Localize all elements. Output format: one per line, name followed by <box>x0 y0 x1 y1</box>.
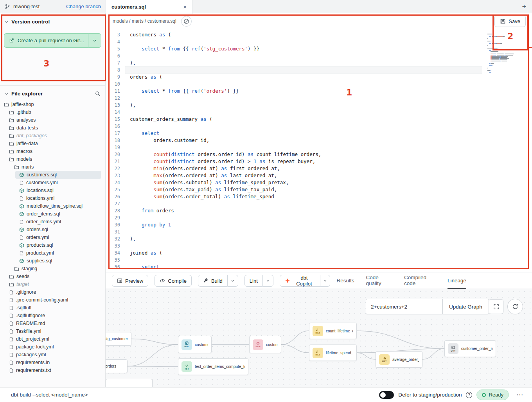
change-branch-link[interactable]: Change branch <box>66 4 101 9</box>
tree-folder-models[interactable]: models <box>5 155 101 163</box>
code-line[interactable]: 10 <box>106 81 532 88</box>
tree-file-README.md[interactable]: README.md <box>5 319 101 327</box>
line-number[interactable]: 7 <box>106 59 125 66</box>
defer-toggle[interactable] <box>379 391 394 399</box>
tree-folder-jaffle-data[interactable]: jaffle-data <box>5 140 101 147</box>
tree-file-Taskfile.yml[interactable]: Taskfile.yml <box>5 327 101 335</box>
tree-folder-dbt_packages[interactable]: dbt_packages <box>5 132 101 140</box>
line-number[interactable]: 9 <box>106 74 125 81</box>
file-explorer-header[interactable]: File explorer <box>0 91 105 97</box>
lint-button[interactable]: Lint <box>244 275 263 287</box>
code-line[interactable]: 19 <box>106 144 532 151</box>
tab-results[interactable]: Results <box>336 273 354 289</box>
code-line[interactable]: 4 <box>106 38 532 45</box>
line-number[interactable]: 18 <box>106 137 125 144</box>
line-number[interactable]: 33 <box>106 242 125 249</box>
code-line[interactable]: 27 <box>106 200 532 207</box>
code-line[interactable]: 13), <box>106 102 532 109</box>
line-number[interactable]: 31 <box>106 228 125 235</box>
line-number[interactable]: 14 <box>106 109 125 116</box>
line-number[interactable]: 28 <box>106 207 125 214</box>
update-graph-button[interactable]: Update Graph <box>442 299 489 314</box>
tree-file-requirements.in[interactable]: requirements.in <box>5 359 101 366</box>
line-number[interactable]: 35 <box>106 257 125 264</box>
tree-folder-marts[interactable]: marts <box>10 163 101 171</box>
code-line[interactable]: 3customers as ( <box>106 31 532 38</box>
tree-file-products.sql[interactable]: products.sql <box>15 241 101 249</box>
new-tab-button[interactable]: + <box>516 0 532 13</box>
code-line[interactable]: 30 group by 1 <box>106 221 532 228</box>
dbt-copilot-button[interactable]: dbt Copilot <box>280 275 320 287</box>
code-line[interactable]: 26 sum(orders.order_total) as lifetime_s… <box>106 193 532 200</box>
version-control-header[interactable]: Version control <box>0 19 105 25</box>
lint-dropdown[interactable] <box>263 275 273 287</box>
tab-code-quality[interactable]: Code quality <box>366 273 392 289</box>
line-number[interactable]: 5 <box>106 45 125 52</box>
code-line[interactable]: 11 select * from {{ ref('orders') }} <box>106 88 532 95</box>
code-line[interactable]: 20 count(distinct orders.order_id) as co… <box>106 151 532 158</box>
code-line[interactable]: 17 select <box>106 130 532 137</box>
jinja-toggle-button[interactable] <box>181 16 192 27</box>
copilot-dropdown[interactable] <box>320 275 330 287</box>
lineage-node-customers_model[interactable]: MDLcustomers <box>178 336 212 353</box>
code-line[interactable]: 18 orders.customer_id, <box>106 137 532 144</box>
tree-file-orders.sql[interactable]: orders.sql <box>15 226 101 233</box>
tree-folder-macros[interactable]: macros <box>5 147 101 155</box>
code-line[interactable]: 12 <box>106 95 532 102</box>
close-icon[interactable]: × <box>183 4 187 10</box>
code-line[interactable]: 35 <box>106 257 532 264</box>
line-number[interactable]: 22 <box>106 165 125 172</box>
line-number[interactable]: 16 <box>106 123 125 130</box>
tree-folder-.github[interactable]: .github <box>5 108 101 116</box>
fullscreen-button[interactable] <box>489 299 503 314</box>
code-line[interactable]: 32), <box>106 235 532 242</box>
line-number[interactable]: 30 <box>106 221 125 228</box>
tree-file-.sqlfluffignore[interactable]: .sqlfluffignore <box>5 312 101 319</box>
lineage-node-count_lifetime_orders[interactable]: METcount_lifetime_orders <box>309 323 357 339</box>
tree-folder-analyses[interactable]: analyses <box>5 116 101 124</box>
lineage-node-customers_semantic[interactable]: SEMcustomers <box>249 336 281 353</box>
code-line[interactable]: 34joined as ( <box>106 249 532 257</box>
tree-file-order_items.yml[interactable]: order_items.yml <box>15 218 101 226</box>
code-line[interactable]: 29 <box>106 214 532 221</box>
code-line[interactable]: 33 <box>106 242 532 249</box>
lineage-search-input[interactable] <box>366 299 442 314</box>
tree-folder-data-tests[interactable]: data-tests <box>5 124 101 132</box>
line-number[interactable]: 34 <box>106 249 125 257</box>
tree-file-.pre-commit-config.yaml[interactable]: .pre-commit-config.yaml <box>5 296 101 304</box>
create-pr-button[interactable]: Create a pull request on Git... <box>4 33 88 48</box>
tree-file-.sqlfluff[interactable]: .sqlfluff <box>5 304 101 312</box>
preview-button[interactable]: Preview <box>112 275 148 287</box>
tree-file-products.yml[interactable]: products.yml <box>15 249 101 257</box>
minimap[interactable] <box>482 29 532 273</box>
code-line[interactable]: 25 sum(orders.tax_paid) as lifetime_tax_… <box>106 186 532 193</box>
line-number[interactable]: 6 <box>106 52 125 59</box>
line-number[interactable]: 20 <box>106 151 125 158</box>
line-number[interactable]: 15 <box>106 116 125 123</box>
tab-compiled-code[interactable]: Compiled code <box>404 273 436 289</box>
compile-button[interactable]: Compile <box>155 275 192 287</box>
save-button[interactable]: Save <box>494 15 526 27</box>
code-line[interactable]: 24 sum(orders.subtotal) as lifetime_spen… <box>106 179 532 186</box>
tab-customers-sql[interactable]: customers.sql × <box>106 0 192 14</box>
tree-file-order_items.sql[interactable]: order_items.sql <box>15 210 101 218</box>
code-line[interactable]: 16 <box>106 123 532 130</box>
code-editor[interactable]: 3customers as (45 select * from {{ ref('… <box>106 29 532 273</box>
line-number[interactable]: 27 <box>106 200 125 207</box>
line-number[interactable]: 10 <box>106 81 125 88</box>
line-number[interactable]: 3 <box>106 31 125 38</box>
tree-folder-seeds[interactable]: seeds <box>5 273 101 280</box>
tree-file-locations.yml[interactable]: locations.yml <box>15 194 101 202</box>
search-icon[interactable] <box>95 91 101 97</box>
line-number[interactable]: 13 <box>106 102 125 109</box>
lineage-node-stg_customers[interactable]: MDLstg_customers <box>106 332 131 346</box>
line-number[interactable]: 36 <box>106 264 125 271</box>
tree-folder-jaffle-shop[interactable]: jaffle-shop <box>0 100 101 108</box>
code-line[interactable]: 28 from orders <box>106 207 532 214</box>
lineage-node-lifetime_spend_pretax[interactable]: METlifetime_spend_pretax <box>309 345 357 361</box>
code-line[interactable]: 23 max(orders.ordered_at) as last_ordere… <box>106 172 532 179</box>
code-line[interactable]: 22 min(orders.ordered_at) as first_order… <box>106 165 532 172</box>
code-line[interactable]: 36 select <box>106 264 532 271</box>
tree-file-.gitignore[interactable]: .gitignore <box>5 288 101 296</box>
tree-folder-staging[interactable]: staging <box>10 265 101 273</box>
